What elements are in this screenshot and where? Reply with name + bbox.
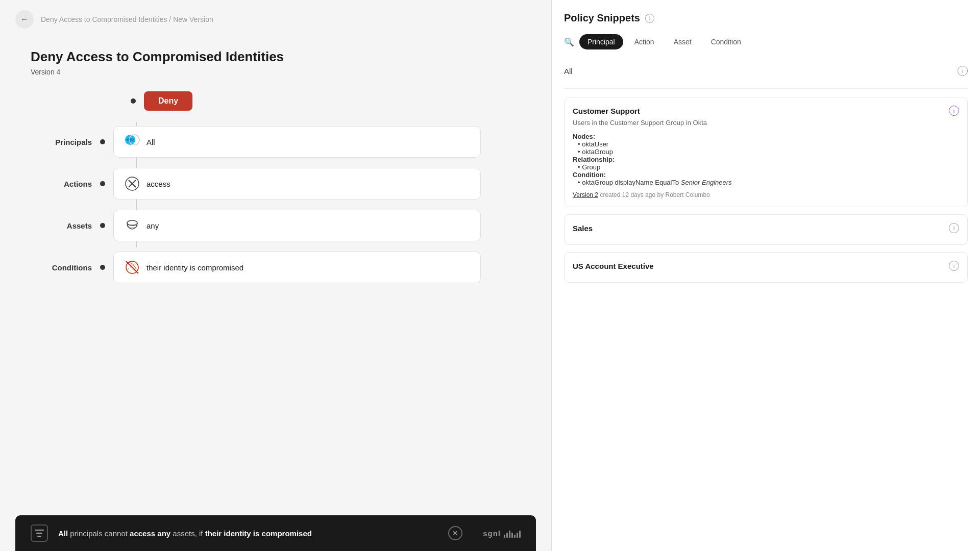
nodes-list-item: oktaUser: [578, 140, 959, 148]
all-section: All i: [564, 62, 968, 89]
condition-list: oktaGroup displayName EqualTo Senior Eng…: [573, 179, 959, 186]
principals-card[interactable]: All: [113, 126, 481, 158]
actions-dot: [100, 181, 105, 186]
principals-row: Principals All: [31, 126, 521, 158]
policy-editor: Deny Access to Compromised Identities Ve…: [0, 39, 551, 551]
panel-title: Policy Snippets: [564, 12, 640, 24]
sgnl-bars-icon: [504, 529, 521, 538]
all-row: All i: [564, 62, 968, 80]
conditions-dot: [100, 265, 105, 270]
assets-value: any: [146, 221, 159, 230]
snippet-customer-support-nodes: Nodes: oktaUser oktaGroup Relationship: …: [573, 133, 959, 186]
sgnl-bar-3: [509, 531, 510, 538]
sgnl-bar-4: [511, 533, 513, 538]
all-info-icon[interactable]: i: [958, 66, 968, 76]
back-button[interactable]: ←: [15, 10, 34, 29]
sgnl-bar-2: [506, 533, 508, 538]
snippet-us-account-executive[interactable]: US Account Executive i: [564, 252, 968, 283]
policy-version: Version 4: [31, 68, 521, 76]
panel-info-icon[interactable]: i: [645, 14, 654, 23]
svg-point-6: [127, 224, 137, 228]
breadcrumb-parent: Deny Access to Compromised Identities: [41, 15, 167, 23]
svg-rect-11: [37, 536, 41, 537]
condition-list-item: oktaGroup displayName EqualTo Senior Eng…: [578, 179, 959, 186]
principals-dot: [100, 139, 105, 144]
svg-rect-10: [36, 533, 42, 534]
breadcrumb: Deny Access to Compromised Identities / …: [41, 15, 213, 23]
sgnl-text: sgnl: [483, 529, 501, 538]
banner-summary: All principals cannot access any assets,…: [58, 529, 438, 538]
policy-title: Deny Access to Compromised Identities: [31, 49, 521, 65]
search-icon[interactable]: 🔍: [564, 37, 574, 47]
main-content: ← Deny Access to Compromised Identities …: [0, 0, 551, 551]
conditions-value: their identity is compromised: [146, 263, 243, 272]
right-panel: Policy Snippets i 🔍 Principal Action Ass…: [551, 0, 980, 551]
snippet-customer-support-header: Customer Support i: [573, 106, 959, 116]
snippet-us-account-executive-info-icon[interactable]: i: [949, 261, 959, 271]
bottom-banner: All principals cannot access any assets,…: [15, 515, 536, 551]
snippet-version-link[interactable]: Version 2: [573, 191, 598, 198]
banner-all: All: [58, 529, 70, 538]
conditions-label: Conditions: [31, 263, 92, 272]
conditions-row: Conditions their identity is compromised: [31, 252, 521, 283]
sgnl-bar-6: [517, 533, 518, 538]
snippet-customer-support[interactable]: Customer Support i Users in the Customer…: [564, 97, 968, 207]
actions-icon: [124, 176, 140, 192]
sgnl-bar-7: [519, 531, 521, 538]
actions-value: access: [146, 180, 170, 188]
nodes-list: oktaUser oktaGroup: [573, 140, 959, 156]
relationship-list: Group: [573, 163, 959, 171]
deny-row: Deny: [31, 91, 521, 111]
nodes-label: Nodes:: [573, 133, 595, 140]
banner-access-any: access any: [130, 529, 170, 538]
deny-button[interactable]: Deny: [144, 91, 192, 111]
snippet-sales[interactable]: Sales i: [564, 214, 968, 245]
header: ← Deny Access to Compromised Identities …: [0, 0, 551, 39]
actions-label: Actions: [31, 180, 92, 188]
banner-condition: their identity is compromised: [205, 529, 312, 538]
policy-flow: Deny Principals All: [31, 91, 521, 293]
banner-close-button[interactable]: ✕: [448, 526, 462, 540]
filter-tab-action[interactable]: Action: [626, 34, 663, 49]
principals-icon: [124, 134, 140, 150]
relationship-list-item: Group: [578, 163, 959, 171]
snippet-sales-header: Sales i: [573, 223, 959, 233]
deny-dot: [131, 98, 136, 104]
assets-dot: [100, 223, 105, 228]
snippet-us-account-executive-header: US Account Executive i: [573, 261, 959, 271]
sgnl-logo: sgnl: [483, 529, 521, 538]
banner-filter-icon: [31, 524, 48, 542]
snippet-customer-support-info-icon[interactable]: i: [949, 106, 959, 116]
sgnl-bar-5: [514, 535, 516, 538]
filter-tab-principal[interactable]: Principal: [579, 34, 623, 49]
principals-value: All: [146, 138, 155, 146]
filter-tab-asset[interactable]: Asset: [666, 34, 700, 49]
snippet-sales-title: Sales: [573, 224, 593, 233]
snippet-customer-support-title: Customer Support: [573, 107, 640, 115]
snippet-us-account-executive-title: US Account Executive: [573, 262, 654, 270]
breadcrumb-current: New Version: [173, 15, 213, 23]
filter-row: 🔍 Principal Action Asset Condition: [564, 34, 968, 49]
snippet-customer-support-version: Version 2 created 12 days ago by Robert …: [573, 191, 959, 198]
snippet-sales-info-icon[interactable]: i: [949, 223, 959, 233]
assets-icon: [124, 217, 140, 234]
nodes-list-item: oktaGroup: [578, 148, 959, 156]
assets-card[interactable]: any: [113, 210, 481, 241]
relationship-label: Relationship:: [573, 156, 615, 163]
actions-row: Actions access: [31, 168, 521, 199]
panel-header: Policy Snippets i: [564, 12, 968, 24]
principals-label: Principals: [31, 138, 92, 146]
filter-tab-condition[interactable]: Condition: [703, 34, 749, 49]
actions-card[interactable]: access: [113, 168, 481, 199]
conditions-icon: [124, 259, 140, 276]
svg-rect-9: [35, 530, 44, 531]
snippet-customer-support-desc: Users in the Customer Support Group in O…: [573, 119, 959, 127]
condition-label: Condition:: [573, 171, 606, 179]
conditions-card[interactable]: their identity is compromised: [113, 252, 481, 283]
breadcrumb-separator: /: [167, 15, 173, 23]
assets-row: Assets any: [31, 210, 521, 241]
sgnl-bar-1: [504, 535, 505, 538]
assets-label: Assets: [31, 221, 92, 230]
all-label: All: [564, 67, 573, 76]
